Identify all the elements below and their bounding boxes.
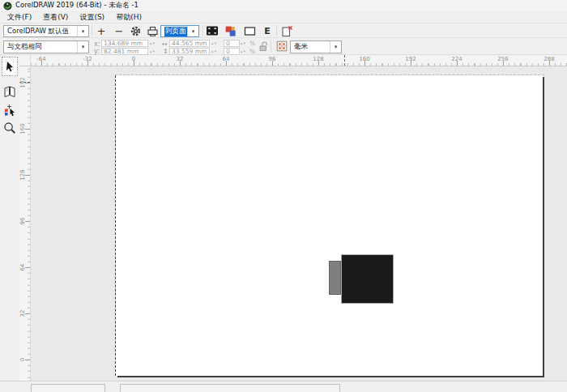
page: [116, 75, 543, 376]
v-ruler-label: 96: [19, 215, 26, 228]
h-ruler-label: 192: [405, 56, 416, 62]
toolbar-separator: [271, 40, 271, 53]
width-label: ↔: [162, 40, 168, 48]
quadrant-grid-icon: [276, 40, 288, 52]
h-ruler-label: 224: [451, 56, 462, 62]
mirror-button[interactable]: E: [260, 24, 275, 37]
toolbox: [0, 55, 19, 381]
printable-area-top-dash: [115, 75, 544, 75]
menu-bar: 文件(F) 查看(V) 设置(S) 帮助(H): [0, 12, 567, 23]
units-combo[interactable]: 毫米: [290, 40, 342, 53]
status-panel: [31, 384, 105, 392]
v-ruler-label: 64: [19, 261, 26, 274]
h-ruler-label: 0: [132, 56, 135, 62]
ruler-corner: [19, 55, 31, 66]
zoom-level-combo[interactable]: 到页面: [160, 25, 199, 37]
pick-arrow-icon: [4, 61, 16, 73]
scale-width-field: 0: [224, 40, 240, 47]
zoom-level-value: 到页面: [164, 27, 187, 36]
print-button[interactable]: [145, 24, 160, 37]
property-bar: 与文档相同 x: y: 134.689 mm 82.481 mm ↔ ↕ 44.…: [0, 38, 567, 55]
spinner-icon: [211, 40, 221, 47]
open-lock-icon: [258, 40, 269, 52]
print-style-value: CorelDRAW 默认值: [7, 27, 69, 36]
lock-ratio-button: [256, 40, 271, 53]
v-ruler-label: 0: [19, 353, 26, 366]
marks-placement-tool-button[interactable]: [2, 100, 18, 120]
menu-help[interactable]: 帮助(H): [112, 12, 149, 23]
spinner-icon: [211, 48, 221, 55]
toolbar-separator: [276, 25, 277, 36]
print-style-combo[interactable]: CorelDRAW 默认值: [3, 25, 89, 37]
close-preview-icon: [281, 25, 293, 37]
toolbar-separator: [202, 25, 203, 36]
v-ruler-label: 128: [19, 168, 26, 181]
printer-icon: [147, 25, 159, 37]
coreldraw-app-icon: [3, 2, 12, 11]
gear-icon: [130, 25, 142, 37]
coreldraw-print-preview-window: CorelDRAW 2019 (64-Bit) - 未命名 -1 文件(F) 查…: [0, 0, 567, 392]
status-panel: [120, 384, 340, 392]
h-ruler-label: 32: [177, 56, 184, 62]
close-print-preview-button[interactable]: [279, 24, 294, 37]
menu-view[interactable]: 查看(V): [39, 12, 75, 23]
spinner-icon: [150, 48, 160, 55]
x-position-label: x:: [94, 40, 100, 48]
enable-color-separations-button[interactable]: [223, 24, 237, 37]
standard-toolbar: CorelDRAW 默认值 + −: [0, 23, 567, 38]
paper-size-combo[interactable]: 与文档相同: [3, 40, 89, 53]
full-screen-preview-button[interactable]: [205, 24, 220, 37]
h-ruler-cursor-marker: [344, 55, 345, 66]
imposition-layout-tool-button[interactable]: [2, 81, 18, 100]
window-title: CorelDRAW 2019 (64-Bit) - 未命名 -1: [15, 1, 139, 11]
h-ruler-label: 64: [223, 56, 230, 62]
imposition-pages-icon: [3, 85, 16, 97]
scale-height-field: 0: [224, 48, 240, 55]
delete-print-style-button[interactable]: −: [112, 24, 126, 37]
h-ruler-label: 256: [497, 56, 508, 62]
zoom-tool-button[interactable]: [2, 118, 18, 138]
menu-file[interactable]: 文件(F): [3, 12, 39, 23]
y-position-label: y:: [94, 48, 100, 55]
h-ruler-major-ticks: [31, 61, 567, 66]
horizontal-ruler: -64-320326496128160192224256288: [31, 55, 567, 66]
h-ruler-label: 160: [359, 56, 369, 62]
h-ruler-label: 96: [269, 56, 276, 62]
height-label: ↕: [163, 48, 168, 55]
menu-settings[interactable]: 设置(S): [75, 12, 112, 23]
imposition-settings-button[interactable]: [275, 40, 289, 53]
paper-size-value: 与文档相同: [7, 42, 42, 52]
invert-button[interactable]: [242, 24, 257, 37]
h-ruler-label: -64: [36, 56, 45, 62]
v-ruler-label: 192: [19, 76, 26, 89]
position-y-field: 82.481 mm: [101, 48, 148, 55]
position-x-field: 134.689 mm: [101, 40, 148, 47]
size-height-field: 33.559 mm: [169, 48, 210, 55]
h-ruler-label: -32: [83, 56, 92, 62]
full-screen-icon: [206, 25, 219, 36]
black-rectangle[interactable]: [341, 254, 394, 304]
invert-rectangle-icon: [244, 25, 256, 37]
print-options-button[interactable]: [128, 24, 143, 37]
title-bar: CorelDRAW 2019 (64-Bit) - 未命名 -1: [0, 0, 567, 12]
printable-area-left-dash: [115, 75, 116, 376]
vertical-ruler: 1921601289664320: [19, 66, 31, 381]
percent-label: %: [249, 48, 255, 55]
v-ruler-label: 32: [19, 307, 26, 320]
units-value: 毫米: [294, 42, 308, 52]
pick-tool-button[interactable]: [2, 57, 18, 76]
spinner-icon: [150, 40, 160, 47]
size-width-field: 44.565 mm: [169, 40, 210, 47]
magnifier-icon: [3, 121, 16, 134]
v-ruler-label: 160: [19, 122, 26, 135]
toolbar-separator: [92, 25, 92, 36]
add-print-style-button[interactable]: +: [94, 24, 109, 37]
marks-placement-icon: [4, 104, 16, 117]
color-separations-icon: [224, 25, 237, 37]
gray-rectangle[interactable]: [329, 261, 341, 295]
percent-label: %: [249, 40, 255, 47]
h-ruler-label: 288: [544, 56, 554, 62]
h-ruler-label: 128: [313, 56, 323, 62]
status-bar: [0, 381, 567, 392]
